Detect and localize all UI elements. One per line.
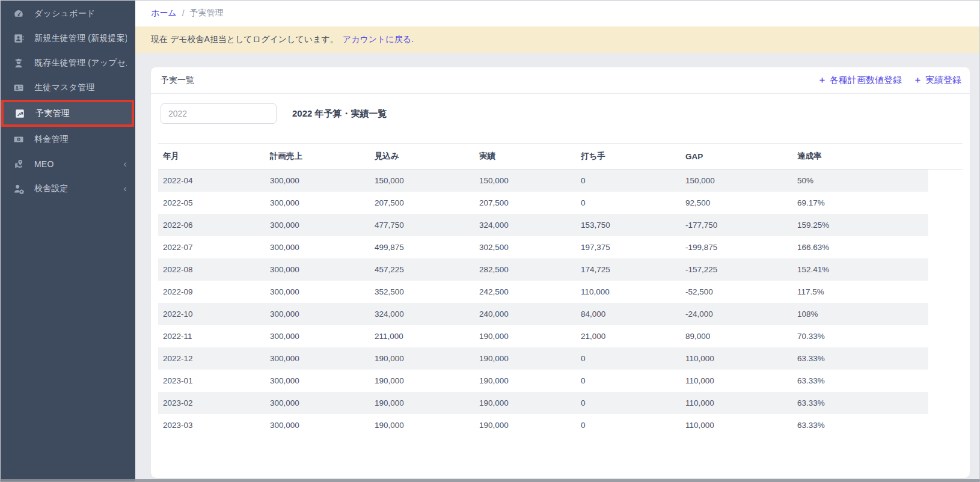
table-cell: 152.41% [792, 258, 928, 281]
table-cell: 324,000 [474, 214, 576, 236]
return-to-account-link[interactable]: アカウントに戻る. [343, 34, 414, 45]
table-row-2023-03: 2023-03300,000190,000190,0000110,00063.3… [158, 414, 963, 436]
table-cell: 302,500 [474, 236, 576, 258]
table-cell: 174,725 [576, 258, 681, 281]
table-cell: 110,000 [681, 392, 792, 414]
sidebar-item-budget-actual[interactable]: 予実管理 [1, 100, 134, 127]
table-cell: 300,000 [265, 281, 370, 303]
table-cell: 2022-06 [158, 214, 265, 236]
table-cell: -199,875 [681, 236, 792, 258]
table-cell: 110,000 [681, 414, 792, 436]
table-cell: 477,750 [370, 214, 474, 236]
table-cell: 282,500 [474, 258, 576, 281]
table-cell: 50% [792, 169, 928, 192]
register-actuals-button[interactable]: 実績登録 [914, 75, 961, 86]
table-cell: -52,500 [681, 281, 792, 303]
table-cell: 2022-08 [158, 258, 265, 281]
table-cell: 2022-07 [158, 236, 265, 258]
table-cell: 0 [576, 347, 681, 370]
impersonation-banner-text: 現在 デモ校舎A担当としてログインしています。 [151, 34, 338, 45]
sidebar-item-label: 新規生徒管理 (新規提案) [34, 33, 127, 44]
budget-actual-card: 予実一覧 各種計画数値登録実績登録 2022 年予算・実績一覧 年月計画売上見込… [151, 67, 970, 478]
table-cell: 0 [576, 414, 681, 436]
button-label: 実績登録 [925, 75, 961, 86]
table-cell: 207,500 [370, 192, 474, 214]
table-row-2022-05: 2022-05300,000207,500207,500092,50069.17… [158, 192, 963, 214]
table-cell-spacer [928, 347, 963, 370]
table-row-2022-10: 2022-10300,000324,000240,00084,000-24,00… [158, 303, 963, 325]
table-cell: 352,500 [370, 281, 474, 303]
budget-actual-table-wrap: 年月計画売上見込み実績打ち手GAP達成率 2022-04300,000150,0… [151, 143, 970, 436]
table-cell: 166.63% [792, 236, 928, 258]
sidebar-item-existing-students[interactable]: 既存生徒管理 (アップセル提案) [0, 50, 135, 75]
table-row-2022-09: 2022-09300,000352,500242,500110,000-52,5… [158, 281, 963, 303]
horizontal-scrollbar[interactable] [0, 479, 980, 482]
table-cell: 159.25% [792, 214, 928, 236]
table-row-2022-11: 2022-11300,000211,000190,00021,00089,000… [158, 325, 963, 347]
address-book-icon [12, 33, 25, 44]
table-row-2022-06: 2022-06300,000477,750324,000153,750-177,… [158, 214, 963, 236]
table-cell-spacer [928, 169, 963, 192]
column-header: 年月 [158, 144, 265, 169]
table-cell: 2023-01 [158, 370, 265, 392]
chevron-left-icon: ‹ [123, 159, 127, 169]
column-header: GAP [681, 144, 792, 169]
sidebar-item-student-master[interactable]: 生徒マスタ管理 [0, 75, 135, 100]
user-gear-icon [12, 183, 25, 194]
table-cell: 190,000 [370, 414, 474, 436]
table-cell: 499,875 [370, 236, 474, 258]
table-cell: 150,000 [370, 169, 474, 192]
table-cell: 2022-09 [158, 281, 265, 303]
table-row-2022-07: 2022-07300,000499,875302,500197,375-199,… [158, 236, 963, 258]
column-header: 実績 [474, 144, 576, 169]
sidebar-item-new-students[interactable]: 新規生徒管理 (新規提案) [0, 26, 135, 50]
sidebar-item-label: 生徒マスタ管理 [34, 82, 127, 93]
table-cell: 190,000 [474, 325, 576, 347]
sidebar-item-meo[interactable]: MEO‹ [0, 151, 135, 176]
table-row-2022-08: 2022-08300,000457,225282,500174,725-157,… [158, 258, 963, 281]
table-cell: 211,000 [370, 325, 474, 347]
sidebar-item-school-settings[interactable]: 校舎設定‹ [0, 176, 135, 201]
table-cell: 108% [792, 303, 928, 325]
plus-icon [914, 76, 922, 84]
sidebar-item-billing[interactable]: 料金管理 [0, 127, 135, 151]
sidebar-item-label: 既存生徒管理 (アップセル提案) [34, 58, 127, 69]
table-cell: -157,225 [681, 258, 792, 281]
column-header: 打ち手 [576, 144, 681, 169]
table-cell: 197,375 [576, 236, 681, 258]
table-cell: 190,000 [370, 370, 474, 392]
gauge-icon [12, 8, 25, 19]
table-cell-spacer [928, 392, 963, 414]
table-cell: 300,000 [265, 347, 370, 370]
main-area: ホーム / 予実管理 現在 デモ校舎A担当としてログインしています。 アカウント… [135, 0, 980, 482]
table-cell: 0 [576, 169, 681, 192]
sidebar-item-dashboard[interactable]: ダッシュボード [0, 1, 135, 26]
year-input[interactable] [161, 103, 277, 124]
table-cell: 89,000 [681, 325, 792, 347]
table-cell-spacer [928, 414, 963, 436]
sidebar: ダッシュボード新規生徒管理 (新規提案)既存生徒管理 (アップセル提案)生徒マス… [0, 0, 135, 482]
table-cell: 150,000 [681, 169, 792, 192]
register-plan-values-button[interactable]: 各種計画数値登録 [818, 75, 902, 86]
card-header: 予実一覧 各種計画数値登録実績登録 [151, 67, 970, 94]
table-cell: 300,000 [265, 325, 370, 347]
breadcrumb-separator: / [182, 8, 185, 18]
table-cell: 110,000 [576, 281, 681, 303]
table-cell: 457,225 [370, 258, 474, 281]
table-cell: 300,000 [265, 258, 370, 281]
table-cell: 110,000 [681, 370, 792, 392]
table-cell: 2023-02 [158, 392, 265, 414]
table-cell: 190,000 [474, 347, 576, 370]
table-cell: -177,750 [681, 214, 792, 236]
table-cell: -24,000 [681, 303, 792, 325]
table-cell: 300,000 [265, 414, 370, 436]
sidebar-item-label: 料金管理 [34, 134, 127, 145]
breadcrumb-home-link[interactable]: ホーム [151, 8, 177, 19]
table-cell: 2022-12 [158, 347, 265, 370]
table-cell: 240,000 [474, 303, 576, 325]
column-header-spacer [928, 144, 963, 169]
table-cell: 84,000 [576, 303, 681, 325]
table-cell: 92,500 [681, 192, 792, 214]
table-cell: 300,000 [265, 303, 370, 325]
table-cell: 63.33% [792, 414, 928, 436]
